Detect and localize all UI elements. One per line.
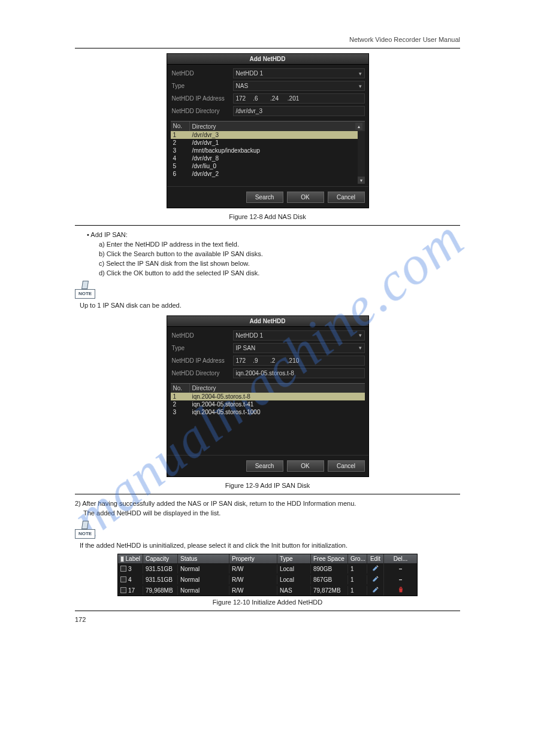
col-status: Status	[178, 554, 229, 563]
row-capacity: 79,968MB	[143, 586, 178, 595]
figure-caption-3: Figure 12-10 Initialize Added NetHDD	[75, 599, 460, 606]
trash-icon[interactable]	[397, 588, 404, 594]
step-b: b) Click the Search button to the availa…	[99, 250, 460, 259]
dialog-title: Add NetHDD	[167, 54, 368, 65]
nethdd-select[interactable]: NetHDD 1 ▾	[233, 330, 365, 341]
table-row[interactable]: 2 iqn.2004-05.storos.t-41	[171, 400, 365, 408]
step-d: d) Click the OK button to add the select…	[99, 269, 460, 278]
add-nethdd-dialog-nas: Add NetHDD NetHDD NetHDD 1 ▾ Type NAS ▾ …	[167, 53, 369, 208]
directory-input[interactable]: /dvr/dvr_3	[233, 106, 365, 116]
row-dir: /dvr/dvr_2	[190, 170, 365, 178]
row-checkbox[interactable]	[120, 576, 126, 582]
bullet-title: • Add IP SAN:	[87, 230, 460, 240]
edit-icon[interactable]	[372, 586, 379, 593]
ip-seg-4: .201	[288, 95, 303, 102]
row-property: R/W	[229, 575, 277, 584]
table-row[interactable]: 4 /dvr/dvr_8	[171, 154, 365, 162]
directory-table: No. Directory ▴ 1 /dvr/dvr_3 2 /dvr/dvr_…	[171, 121, 365, 184]
directory-input[interactable]: iqn.2004-05.storos.t-8	[233, 368, 365, 378]
row-no: 1	[171, 393, 190, 400]
table-row[interactable]: 2 /dvr/dvr_1	[171, 139, 365, 147]
cancel-button[interactable]: Cancel	[328, 192, 365, 203]
scrollbar[interactable]: ▾	[358, 131, 365, 184]
dialog-title: Add NetHDD	[167, 316, 368, 327]
row-dir: /dvr/liu_0	[190, 162, 365, 170]
table-row[interactable]: 1 iqn.2004-05.storos.t-8	[171, 393, 365, 400]
ip-seg-1: 172	[236, 357, 252, 364]
ip-seg-3: .24	[270, 95, 286, 102]
ip-input[interactable]: 172 .6 .24 .201	[233, 93, 365, 104]
rule-1	[75, 225, 460, 226]
directory-table: No. Directory 1 iqn.2004-05.storos.t-8 2…	[171, 383, 365, 453]
col-dir-header: Directory	[192, 385, 216, 391]
row-dir: /dvr/dvr_8	[190, 154, 365, 162]
page-number: 172	[75, 616, 460, 623]
row-group: 1	[348, 575, 367, 584]
directory-label: NetHDD Directory	[171, 108, 233, 114]
hdd-row[interactable]: 17 79,968MB Normal R/W NAS 79,872MB 1	[118, 585, 417, 596]
row-freespace: 890GB	[311, 564, 348, 573]
checkbox-all[interactable]	[120, 556, 124, 562]
row-freespace: 79,872MB	[311, 586, 348, 595]
row-no: 3	[171, 147, 190, 154]
row-type: Local	[277, 564, 311, 573]
table-row[interactable]: 3 /mnt/backup/indexbackup	[171, 147, 365, 154]
row-label: 4	[128, 576, 132, 583]
table-row[interactable]: 6 /dvr/dvr_2	[171, 170, 365, 178]
row-capacity: 931.51GB	[143, 564, 178, 573]
row-freespace: 867GB	[311, 575, 348, 584]
col-capacity: Capacity	[143, 554, 178, 563]
row-checkbox[interactable]	[120, 587, 126, 593]
step2-line2: The added NetHDD will be displayed in th…	[83, 509, 460, 518]
row-label: 3	[128, 566, 132, 572]
ok-button[interactable]: OK	[287, 460, 324, 472]
row-dir: iqn.2004-05.storos.t-1000	[190, 408, 365, 416]
row-no: 4	[171, 154, 190, 162]
row-dir: /mnt/backup/indexbackup	[190, 147, 365, 154]
hdd-info-table: Label Capacity Status Property Type Free…	[117, 554, 418, 596]
type-select[interactable]: NAS ▾	[233, 81, 365, 91]
row-type: Local	[277, 575, 311, 584]
ok-button[interactable]: OK	[287, 192, 324, 203]
chevron-down-icon: ▾	[356, 332, 362, 338]
table-row[interactable]: 1 /dvr/dvr_3	[171, 131, 365, 139]
hdd-row[interactable]: 4 931.51GB Normal R/W Local 867GB 1 –	[118, 574, 417, 585]
add-nethdd-dialog-ipsan: Add NetHDD NetHDD NetHDD 1 ▾ Type IP SAN…	[167, 315, 369, 477]
search-button[interactable]: Search	[246, 192, 283, 203]
nethdd-select[interactable]: NetHDD 1 ▾	[233, 68, 365, 78]
step2-line1: 2) After having successfully added the N…	[75, 499, 460, 509]
search-button[interactable]: Search	[246, 460, 283, 472]
row-status: Normal	[178, 564, 229, 573]
chevron-down-icon: ▾	[356, 345, 362, 351]
col-no-header: No.	[171, 122, 190, 131]
col-no-header: No.	[171, 384, 190, 393]
ip-seg-4: .210	[288, 357, 303, 364]
chevron-down-icon: ▾	[356, 71, 362, 77]
row-checkbox[interactable]	[120, 566, 126, 572]
note-icon-text: NOTE	[75, 529, 95, 539]
note-text-2: If the added NetHDD is uninitialized, pl…	[80, 541, 460, 551]
figure-caption-1: Figure 12-8 Add NAS Disk	[75, 213, 460, 220]
type-select[interactable]: IP SAN ▾	[233, 343, 365, 353]
col-label: Label	[126, 555, 140, 562]
row-dir: iqn.2004-05.storos.t-8	[190, 393, 365, 400]
row-no: 2	[171, 139, 190, 147]
row-status: Normal	[178, 575, 229, 584]
row-group: 1	[348, 586, 367, 595]
cancel-button[interactable]: Cancel	[328, 460, 365, 472]
directory-label: NetHDD Directory	[171, 370, 233, 377]
edit-icon[interactable]	[372, 564, 379, 572]
edit-icon[interactable]	[372, 575, 379, 582]
hdd-row[interactable]: 3 931.51GB Normal R/W Local 890GB 1 –	[118, 563, 417, 574]
row-no: 6	[171, 170, 190, 178]
scroll-down-icon[interactable]: ▾	[358, 177, 365, 184]
scroll-up-icon[interactable]: ▴	[355, 123, 362, 130]
table-row[interactable]: 5 /dvr/liu_0	[171, 162, 365, 170]
type-value: NAS	[236, 83, 249, 89]
directory-value: iqn.2004-05.storos.t-8	[236, 370, 294, 377]
doc-header: Network Video Recorder User Manual	[75, 36, 460, 43]
ip-input[interactable]: 172 .9 .2 .210	[233, 356, 365, 366]
table-row[interactable]: 3 iqn.2004-05.storos.t-1000	[171, 408, 365, 416]
col-freespace: Free Space	[311, 554, 348, 563]
note-icon: NOTE	[75, 281, 96, 299]
